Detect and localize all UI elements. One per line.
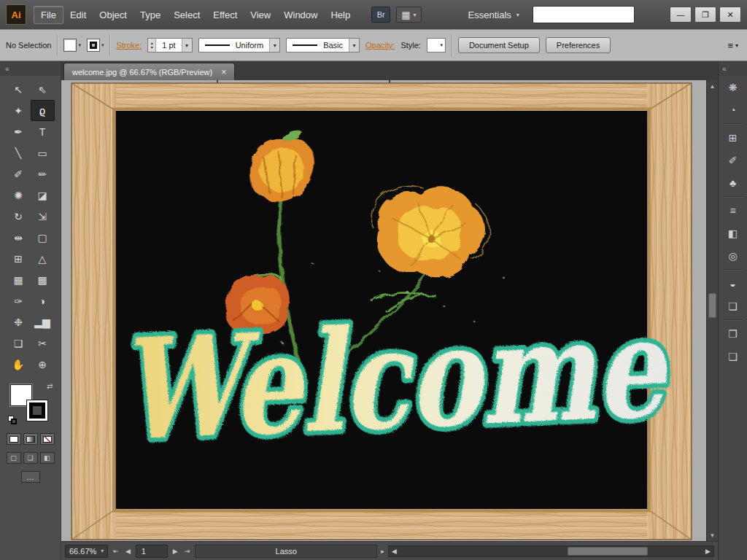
rotate-tool[interactable]: ↻ <box>7 206 31 227</box>
scroll-left-icon[interactable]: ◀ <box>390 548 398 555</box>
pencil-tool[interactable]: ✏ <box>31 163 55 184</box>
fill-color-dropdown[interactable]: ▾ <box>63 39 81 52</box>
minimize-button[interactable]: — <box>670 7 692 23</box>
menu-help[interactable]: Help <box>324 7 357 23</box>
restore-button[interactable]: ❐ <box>694 7 716 23</box>
symbols-panel-icon[interactable]: ♣ <box>723 174 743 192</box>
document-setup-button[interactable]: Document Setup <box>458 37 540 53</box>
next-artboard-button[interactable]: ▶ <box>171 548 179 555</box>
canvas[interactable]: Welcome <box>61 80 706 541</box>
screen-mode-button[interactable]: … <box>21 471 40 483</box>
shape-builder-tool[interactable]: ⊞ <box>7 248 31 269</box>
opacity-panel-link[interactable]: Opacity: <box>365 41 395 50</box>
column-graph-tool[interactable]: ▂▆ <box>31 311 55 332</box>
search-input[interactable] <box>533 6 635 23</box>
first-artboard-button[interactable]: ⇤ <box>112 548 120 555</box>
free-transform-tool[interactable]: ▢ <box>31 227 55 248</box>
collapse-panel-icon[interactable]: « <box>5 65 9 73</box>
color-panel-icon[interactable]: ❋ <box>723 78 743 96</box>
vertical-scrollbar[interactable]: ▲ ▼ <box>706 80 718 541</box>
zoom-level-dropdown[interactable]: 66.67% ▾ <box>65 545 108 558</box>
menu-window[interactable]: Window <box>277 7 324 23</box>
none-button[interactable] <box>40 433 55 445</box>
stroke-panel-icon[interactable]: ≡ <box>723 201 743 219</box>
gradient-tool[interactable]: ▩ <box>31 269 55 290</box>
scroll-down-icon[interactable]: ▼ <box>707 529 718 541</box>
stroke-color-swatch[interactable] <box>26 400 48 421</box>
scroll-up-icon[interactable]: ▲ <box>707 80 718 92</box>
hand-tool[interactable]: ✋ <box>7 354 31 375</box>
menu-effect[interactable]: Effect <box>206 7 244 23</box>
mesh-tool[interactable]: ▦ <box>7 269 31 290</box>
symbol-sprayer-tool[interactable]: ❉ <box>7 311 31 332</box>
magic-wand-tool[interactable]: ✦ <box>7 100 31 121</box>
pen-tool[interactable]: ✒ <box>7 121 31 142</box>
gradient-button[interactable] <box>23 433 38 445</box>
gradient-panel-icon[interactable]: ◧ <box>723 224 743 242</box>
menu-file[interactable]: File <box>34 6 63 24</box>
tab-close-icon[interactable]: × <box>221 67 226 77</box>
last-artboard-button[interactable]: ⇥ <box>183 548 192 555</box>
swatches-panel-icon[interactable]: ⊞ <box>723 128 743 147</box>
chevron-down-icon[interactable]: ▾ <box>182 39 192 52</box>
stroke-weight-spinner[interactable]: ▴ ▾ <box>148 39 156 52</box>
eyedropper-tool[interactable]: ✑ <box>7 290 31 311</box>
lasso-tool[interactable]: ϱ <box>31 100 55 121</box>
bridge-button[interactable]: Br <box>371 7 390 23</box>
document-tab[interactable]: welcome.jpg @ 66.67% (RGB/Preview) × <box>63 63 235 80</box>
graphic-styles-panel-icon[interactable]: ❏ <box>723 297 743 315</box>
menu-view[interactable]: View <box>244 7 277 23</box>
stroke-weight-field[interactable]: ▴ ▾ 1 pt ▾ <box>147 38 192 52</box>
menu-edit[interactable]: Edit <box>63 7 93 23</box>
draw-inside-icon[interactable]: ◧ <box>40 452 55 464</box>
expand-panels-icon[interactable]: « <box>722 65 727 73</box>
eraser-tool[interactable]: ◪ <box>31 184 55 206</box>
width-tool[interactable]: ⇹ <box>7 227 31 248</box>
vertical-scroll-thumb[interactable] <box>708 293 716 318</box>
line-segment-tool[interactable]: ╲ <box>7 142 31 163</box>
swap-fill-stroke-icon[interactable]: ⇄ <box>47 382 53 390</box>
horizontal-scrollbar[interactable]: ◀ ▶ <box>388 545 714 557</box>
color-guide-panel-icon[interactable]: ◔ <box>723 101 743 119</box>
close-button[interactable]: ✕ <box>719 7 741 23</box>
menu-type[interactable]: Type <box>133 7 167 23</box>
draw-normal-icon[interactable]: ▢ <box>7 452 21 464</box>
control-bar-menu-button[interactable]: ≡ ▾ <box>727 40 741 51</box>
horizontal-scroll-thumb[interactable] <box>568 547 648 556</box>
artboard-tool[interactable]: ❏ <box>7 332 31 354</box>
preferences-button[interactable]: Preferences <box>546 37 611 53</box>
menu-select[interactable]: Select <box>167 7 206 23</box>
artboards-panel-icon[interactable]: ❑ <box>723 347 743 365</box>
blend-tool[interactable]: ◑ <box>31 290 55 311</box>
workspace-switcher[interactable]: Essentials ▾ <box>468 9 519 20</box>
appearance-panel-icon[interactable]: ◒ <box>723 274 743 292</box>
color-button[interactable] <box>7 433 21 445</box>
stroke-color-dropdown[interactable]: ▾ <box>87 39 104 52</box>
previous-artboard-button[interactable]: ◀ <box>124 548 132 555</box>
menu-object[interactable]: Object <box>93 7 133 23</box>
scroll-right-icon[interactable]: ▶ <box>704 548 712 555</box>
rectangle-tool[interactable]: ▭ <box>31 142 55 163</box>
type-tool[interactable]: T <box>31 121 55 142</box>
scale-tool[interactable]: ⇲ <box>31 206 55 227</box>
default-fill-stroke-icon[interactable] <box>8 416 17 424</box>
brushes-panel-icon[interactable]: ✐ <box>723 151 743 169</box>
transparency-panel-icon[interactable]: ◎ <box>723 246 743 265</box>
arrange-documents-button[interactable]: ▦ ▾ <box>396 7 421 23</box>
blob-brush-tool[interactable]: ✺ <box>7 184 31 206</box>
slice-tool[interactable]: ✂ <box>31 332 55 354</box>
artboard-number-input[interactable]: 1 <box>136 545 168 558</box>
stroke-weight-value[interactable]: 1 pt <box>156 39 181 52</box>
zoom-tool[interactable]: ⊕ <box>31 354 55 375</box>
stroke-panel-link[interactable]: Stroke: <box>116 41 142 50</box>
style-dropdown[interactable]: ▾ <box>427 38 446 52</box>
vertical-scroll-track[interactable] <box>707 92 718 529</box>
layers-panel-icon[interactable]: ❐ <box>723 324 743 343</box>
direct-selection-tool[interactable]: ⇖ <box>31 79 55 100</box>
width-profile-dropdown[interactable]: Uniform ▾ <box>198 38 281 52</box>
draw-behind-icon[interactable]: ❏ <box>23 452 38 464</box>
perspective-grid-tool[interactable]: △ <box>31 248 55 269</box>
brush-definition-dropdown[interactable]: Basic ▾ <box>286 38 360 52</box>
selection-tool[interactable]: ↖ <box>7 79 31 100</box>
paintbrush-tool[interactable]: ✐ <box>7 163 31 184</box>
